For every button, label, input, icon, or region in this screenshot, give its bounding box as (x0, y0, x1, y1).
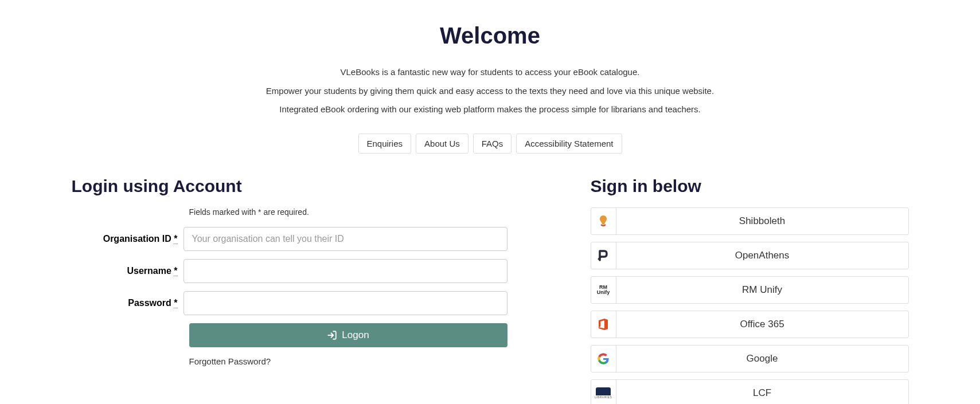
sso-openathens-button[interactable]: OpenAthens (591, 242, 909, 269)
sso-openathens-label: OpenAthens (616, 242, 908, 269)
nav-button-group: Enquiries About Us FAQs Accessibility St… (72, 134, 909, 154)
sso-lcf-button[interactable]: LIBRARIES LCF (591, 379, 909, 405)
password-input[interactable] (183, 291, 507, 315)
shibboleth-icon (596, 214, 610, 228)
logon-button[interactable]: Logon (189, 323, 507, 347)
login-section-title: Login using Account (72, 176, 507, 196)
intro-text-2: Empower your students by giving them qui… (72, 85, 909, 98)
forgotten-password-link[interactable]: Forgotten Password? (189, 356, 507, 366)
about-us-button[interactable]: About Us (416, 134, 468, 154)
username-input[interactable] (183, 259, 507, 283)
sso-section-title: Sign in below (591, 176, 909, 196)
login-icon (327, 330, 337, 340)
sso-google-label: Google (616, 346, 908, 372)
sso-office365-label: Office 365 (616, 311, 908, 338)
accessibility-statement-button[interactable]: Accessibility Statement (516, 134, 622, 154)
sso-rmunify-button[interactable]: RMUnify RM Unify (591, 276, 909, 304)
sso-office365-button[interactable]: Office 365 (591, 311, 909, 338)
sso-google-button[interactable]: Google (591, 345, 909, 372)
page-title: Welcome (72, 23, 909, 49)
required-fields-note: Fields marked with * are required. (189, 207, 507, 217)
intro-text-1: VLeBooks is a fantastic new way for stud… (72, 66, 909, 79)
username-label: Username * (72, 266, 183, 276)
logon-button-label: Logon (342, 330, 369, 341)
rmunify-icon: RMUnify (597, 285, 610, 295)
openathens-icon (596, 249, 610, 262)
office365-icon (596, 317, 610, 331)
sso-lcf-label: LCF (616, 380, 908, 405)
faqs-button[interactable]: FAQs (473, 134, 512, 154)
intro-text-3: Integrated eBook ordering with our exist… (72, 103, 909, 116)
organisation-id-label: Organisation ID * (72, 234, 183, 244)
sso-rmunify-label: RM Unify (616, 277, 908, 303)
sso-shibboleth-label: Shibboleth (616, 208, 908, 234)
sso-shibboleth-button[interactable]: Shibboleth (591, 207, 909, 235)
organisation-id-input[interactable] (183, 227, 507, 251)
enquiries-button[interactable]: Enquiries (358, 134, 412, 154)
google-icon (596, 352, 610, 366)
password-label: Password * (72, 298, 183, 308)
lcf-icon: LIBRARIES (595, 387, 612, 399)
